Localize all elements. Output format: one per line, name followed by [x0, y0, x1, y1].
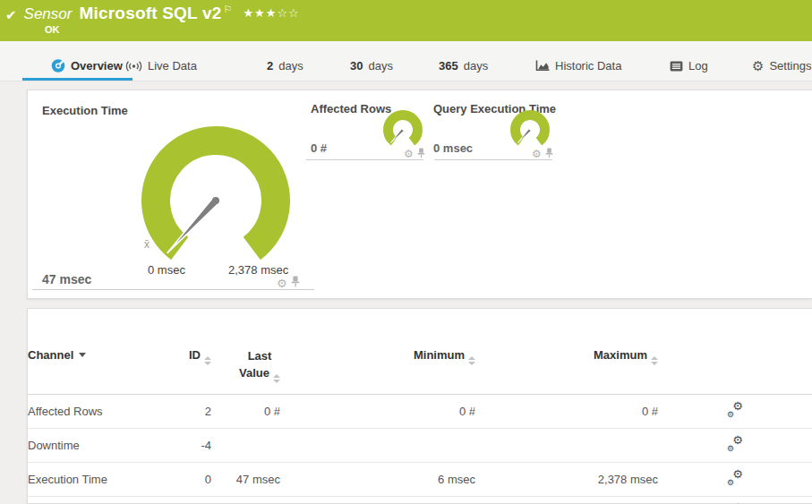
- main-gauge-min-label: 0 msec: [148, 263, 185, 277]
- channel-minimum: 0 #: [280, 394, 475, 428]
- execution-time-gauge: [126, 115, 305, 281]
- channel-settings-gears-icon[interactable]: ⚙⚙: [727, 471, 743, 485]
- tab-365-days-label: days: [464, 59, 488, 73]
- tab-live-data[interactable]: Live Data: [125, 59, 197, 73]
- column-header-last-value[interactable]: Last Value: [211, 309, 280, 394]
- channels-panel: Channel ID Last Value Minimum Maximum: [27, 308, 812, 504]
- channel-id: 1: [162, 496, 211, 504]
- channel-minimum: [280, 428, 475, 462]
- affected-rows-value: 0 #: [311, 141, 327, 155]
- main-gauge-title: Execution Time: [42, 104, 128, 117]
- column-header-maximum[interactable]: Maximum: [475, 309, 658, 394]
- channel-name[interactable]: Query Execution Time: [28, 496, 162, 504]
- tab-30-days-number: 30: [350, 59, 363, 73]
- tab-30-days[interactable]: 30 days: [350, 59, 393, 73]
- channel-id: 2: [162, 394, 211, 428]
- column-header-minimum-label: Minimum: [414, 348, 465, 362]
- affected-rows-underline: [306, 159, 423, 160]
- channel-name[interactable]: Affected Rows: [28, 394, 162, 428]
- channels-table: Channel ID Last Value Minimum Maximum: [28, 309, 812, 504]
- sort-desc-icon: [79, 353, 86, 357]
- tab-settings[interactable]: ⚙ Settings: [752, 59, 811, 73]
- tab-historic-data-label: Historic Data: [555, 59, 621, 73]
- column-header-minimum[interactable]: Minimum: [280, 309, 475, 394]
- tab-overview-label: Overview: [71, 59, 123, 73]
- average-marker: x̄: [144, 238, 150, 251]
- column-header-channel-label: Channel: [28, 348, 73, 362]
- log-icon: [670, 61, 683, 72]
- priority-flag-icon[interactable]: ⚐: [224, 4, 233, 15]
- settings-gear-icon: ⚙: [752, 59, 764, 73]
- tab-historic-data[interactable]: Historic Data: [535, 59, 621, 73]
- channel-minimum: 0 msec: [280, 496, 475, 504]
- tab-2-days[interactable]: 2 days: [267, 59, 303, 73]
- sort-toggle-icon: [468, 356, 475, 365]
- sort-toggle-icon: [204, 356, 211, 365]
- channel-id: 0: [162, 462, 211, 496]
- channel-gear-icon[interactable]: ⚙: [277, 278, 287, 289]
- channel-gear-icon[interactable]: ⚙: [532, 149, 542, 159]
- column-header-id-label: ID: [189, 348, 201, 362]
- channel-maximum: 172 msec: [475, 496, 658, 504]
- column-header-channel[interactable]: Channel: [28, 309, 162, 394]
- channel-maximum: 0 #: [475, 394, 658, 428]
- gauges-panel: Execution Time x̄ 0 msec 2,378 msec 47 m…: [27, 90, 812, 299]
- stars-filled[interactable]: ★★★: [243, 6, 277, 20]
- channel-last-value: 47 msec: [211, 462, 280, 496]
- tab-2-days-number: 2: [267, 59, 273, 73]
- sensor-page: ✔ Sensor Microsoft SQL v2 ⚐ ★★★☆☆ OK Ove…: [0, 0, 812, 504]
- active-tab-indicator: [22, 78, 132, 81]
- channel-minimum: 6 msec: [280, 462, 475, 496]
- tab-settings-label: Settings: [769, 59, 811, 73]
- historic-chart-icon: [535, 60, 550, 72]
- channel-last-value: 0 msec: [211, 496, 280, 504]
- channel-last-value: 0 #: [211, 394, 280, 428]
- query-execution-time-underline: [434, 159, 552, 160]
- sort-toggle-icon: [273, 374, 280, 383]
- tab-bar: Overview Live Data 2 days: [0, 41, 812, 81]
- tab-30-days-label: days: [368, 59, 392, 73]
- channel-last-value: [211, 428, 280, 462]
- tab-365-days-number: 365: [439, 59, 458, 73]
- channel-settings-gears-icon[interactable]: ⚙⚙: [727, 403, 743, 417]
- main-gauge-underline: [32, 289, 314, 290]
- channel-gear-icon[interactable]: ⚙: [404, 149, 414, 159]
- channel-name[interactable]: Execution Time: [28, 462, 162, 496]
- sensor-title: Microsoft SQL v2: [79, 4, 221, 23]
- table-row: Downtime -4 ⚙⚙: [28, 428, 812, 462]
- sensor-kind-label: Sensor: [24, 5, 73, 23]
- channel-name[interactable]: Downtime: [28, 428, 162, 462]
- column-header-value-label: Value: [239, 366, 269, 380]
- tab-log-label: Log: [688, 59, 708, 73]
- column-header-settings: [658, 309, 812, 394]
- sensor-header: ✔ Sensor Microsoft SQL v2 ⚐ ★★★☆☆ OK: [0, 0, 812, 41]
- sort-toggle-icon: [651, 356, 658, 365]
- tab-2-days-label: days: [278, 59, 303, 73]
- table-row: Query Execution Time 1 0 msec 0 msec 172…: [28, 496, 812, 504]
- query-execution-time-value: 0 msec: [433, 141, 473, 155]
- live-data-icon: [125, 60, 142, 73]
- gauge-icon: [51, 58, 65, 73]
- channel-settings-gears-icon[interactable]: ⚙⚙: [727, 437, 743, 451]
- status-ok-check-icon: ✔: [5, 7, 17, 23]
- stars-empty[interactable]: ☆☆: [277, 6, 299, 20]
- main-gauge-value: 47 msec: [42, 272, 91, 286]
- channel-id: -4: [162, 428, 211, 462]
- priority-stars[interactable]: ★★★☆☆: [243, 6, 299, 20]
- column-header-maximum-label: Maximum: [594, 348, 647, 362]
- tab-365-days[interactable]: 365 days: [439, 59, 488, 73]
- sensor-status-badge: OK: [45, 24, 60, 35]
- channel-maximum: 2,378 msec: [475, 462, 658, 496]
- table-row: Execution Time 0 47 msec 6 msec 2,378 ms…: [28, 462, 812, 496]
- column-header-last-label: Last: [248, 349, 272, 363]
- tab-overview[interactable]: Overview: [51, 58, 123, 73]
- tab-live-data-label: Live Data: [148, 59, 197, 73]
- table-header-row: Channel ID Last Value Minimum Maximum: [28, 309, 812, 394]
- tab-log[interactable]: Log: [670, 59, 708, 73]
- table-row: Affected Rows 2 0 # 0 # 0 # ⚙⚙: [28, 394, 812, 428]
- channel-maximum: [475, 428, 658, 462]
- column-header-id[interactable]: ID: [162, 309, 211, 394]
